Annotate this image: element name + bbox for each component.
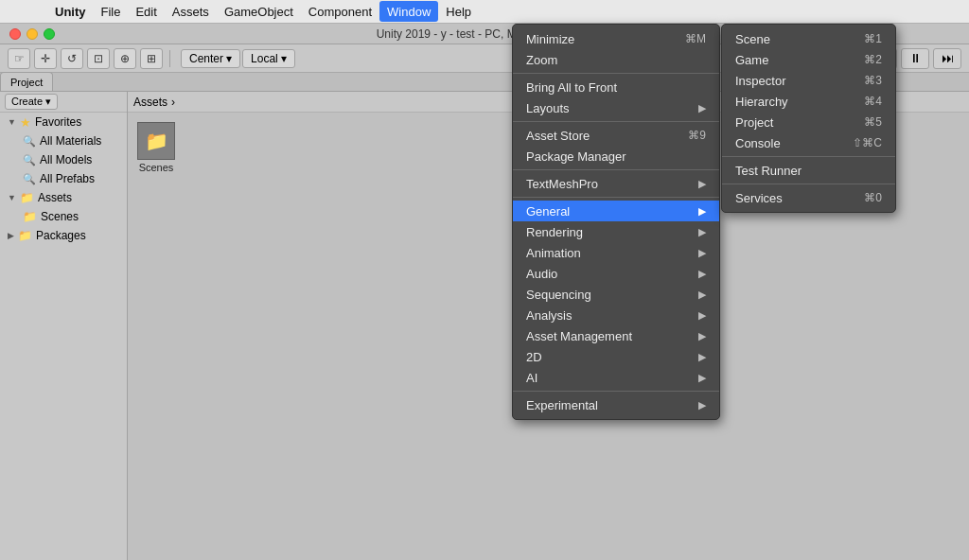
local-button[interactable]: Local ▾ [242, 49, 295, 68]
menu-asset-management[interactable]: Asset Management ▶ [513, 325, 719, 346]
menu-analysis[interactable]: Analysis ▶ [513, 305, 719, 325]
submenu-game[interactable]: Game ⌘2 [722, 49, 895, 70]
project-tab-label: Project [10, 77, 43, 88]
create-button[interactable]: Create ▾ [5, 94, 58, 110]
hand-tool-button[interactable]: ☞ [8, 48, 30, 69]
menu-sequencing[interactable]: Sequencing ▶ [513, 284, 719, 305]
analysis-arrow-icon: ▶ [698, 309, 706, 322]
submenu-inspector[interactable]: Inspector ⌘3 [722, 70, 895, 91]
center-button[interactable]: Center ▾ [181, 49, 240, 68]
search-icon-2: 🔍 [23, 154, 36, 166]
packages-folder-icon: 📁 [18, 229, 32, 242]
menu-layouts[interactable]: Layouts ▶ [513, 97, 719, 118]
menu-bring-all-to-front[interactable]: Bring All to Front [513, 77, 719, 97]
experimental-label: Experimental [526, 398, 598, 412]
scenes-folder-item[interactable]: 📁 Scenes [137, 122, 175, 551]
search-icon-3: 🔍 [23, 173, 36, 185]
project-panel: Create ▾ ▼ ★ Favorites 🔍 All Materials 🔍… [0, 92, 128, 560]
menu-zoom[interactable]: Zoom [513, 49, 719, 70]
project-label: Project [735, 115, 773, 130]
audio-arrow-icon: ▶ [698, 268, 706, 280]
submenu-hierarchy[interactable]: Hierarchy ⌘4 [722, 91, 895, 112]
tree-assets[interactable]: ▼ 📁 Assets [0, 188, 127, 207]
ai-label: AI [526, 371, 537, 385]
menu-component[interactable]: Component [301, 1, 379, 22]
scale-tool-button[interactable]: ⊡ [87, 48, 110, 69]
tree-all-models[interactable]: 🔍 All Models [0, 150, 127, 169]
rotate-tool-button[interactable]: ↺ [61, 48, 83, 69]
menu-separator-5 [513, 391, 719, 392]
local-chevron: ▾ [281, 52, 287, 65]
menu-general[interactable]: General ▶ [513, 201, 719, 221]
submenu-separator-2 [722, 184, 895, 184]
all-models-label: All Models [40, 153, 92, 166]
menu-textmeshpro[interactable]: TextMeshPro ▶ [513, 173, 719, 194]
submenu-console[interactable]: Console ⇧⌘C [722, 132, 895, 153]
menu-package-manager[interactable]: Package Manager [513, 146, 719, 166]
2d-arrow-icon: ▶ [698, 351, 706, 363]
asset-management-arrow-icon: ▶ [698, 330, 706, 342]
project-tab[interactable]: Project [0, 72, 53, 91]
menu-rendering[interactable]: Rendering ▶ [513, 221, 719, 242]
menu-audio[interactable]: Audio ▶ [513, 263, 719, 284]
menu-asset-store[interactable]: Asset Store ⌘9 [513, 125, 719, 146]
tree-packages[interactable]: ▶ 📁 Packages [0, 226, 127, 245]
submenu-test-runner[interactable]: Test Runner [722, 160, 895, 181]
console-shortcut: ⇧⌘C [853, 136, 882, 149]
minimize-label: Minimize [526, 32, 574, 46]
menu-window[interactable]: Window [379, 1, 438, 22]
maximize-button[interactable] [44, 28, 55, 40]
animation-arrow-icon: ▶ [698, 247, 706, 259]
breadcrumb-root: Assets [133, 96, 167, 109]
menu-experimental[interactable]: Experimental ▶ [513, 394, 719, 415]
game-label: Game [735, 53, 768, 67]
pause-button[interactable]: ⏸ [901, 48, 929, 69]
menu-ai[interactable]: AI ▶ [513, 367, 719, 388]
inspector-label: Inspector [735, 74, 785, 88]
breadcrumb-separator: › [171, 96, 175, 109]
rendering-arrow-icon: ▶ [698, 226, 706, 238]
menu-animation[interactable]: Animation ▶ [513, 242, 719, 263]
audio-label: Audio [526, 267, 557, 281]
tree-all-materials[interactable]: 🔍 All Materials [0, 131, 127, 150]
tree-favorites[interactable]: ▼ ★ Favorites [0, 113, 127, 131]
layouts-label: Layouts [526, 101, 570, 115]
scenes-folder-icon: 📁 [23, 210, 37, 223]
menu-help[interactable]: Help [438, 1, 479, 22]
center-label: Center [189, 52, 223, 65]
submenu-services[interactable]: Services ⌘0 [722, 187, 895, 208]
menu-edit[interactable]: Edit [128, 1, 164, 22]
ai-arrow-icon: ▶ [698, 372, 706, 384]
submenu-scene[interactable]: Scene ⌘1 [722, 28, 895, 49]
rect-tool-button[interactable]: ⊕ [114, 48, 136, 69]
menu-minimize[interactable]: Minimize ⌘M [513, 28, 719, 49]
submenu-project[interactable]: Project ⌘5 [722, 112, 895, 132]
pivot-controls: Center ▾ Local ▾ [181, 49, 295, 68]
transform-tool-button[interactable]: ⊞ [140, 48, 163, 69]
step-button[interactable]: ⏭ [933, 48, 961, 69]
hierarchy-label: Hierarchy [735, 95, 788, 109]
menu-assets[interactable]: Assets [165, 1, 217, 22]
test-runner-label: Test Runner [735, 164, 802, 178]
tree-scenes[interactable]: 📁 Scenes [0, 207, 127, 226]
move-tool-button[interactable]: ✛ [34, 48, 57, 69]
minimize-button[interactable] [26, 28, 38, 40]
textmeshpro-label: TextMeshPro [526, 177, 598, 191]
assets-folder-icon: 📁 [20, 191, 34, 204]
services-shortcut: ⌘0 [864, 191, 882, 204]
menu-bar: Unity File Edit Assets GameObject Compon… [0, 0, 969, 24]
tree-all-prefabs[interactable]: 🔍 All Prefabs [0, 169, 127, 188]
menu-2d[interactable]: 2D ▶ [513, 346, 719, 367]
menu-file[interactable]: File [94, 1, 129, 22]
assets-arrow: ▼ [8, 193, 16, 202]
menu-gameobject[interactable]: GameObject [217, 1, 301, 22]
scenes-item-label: Scenes [139, 162, 174, 173]
textmeshpro-arrow-icon: ▶ [698, 178, 706, 190]
packages-arrow: ▶ [8, 231, 14, 240]
package-manager-label: Package Manager [526, 149, 626, 164]
scenes-folder-icon-large: 📁 [137, 122, 175, 160]
packages-label: Packages [36, 229, 86, 242]
experimental-arrow-icon: ▶ [698, 399, 706, 411]
close-button[interactable] [9, 28, 21, 40]
menu-unity[interactable]: Unity [47, 1, 94, 22]
